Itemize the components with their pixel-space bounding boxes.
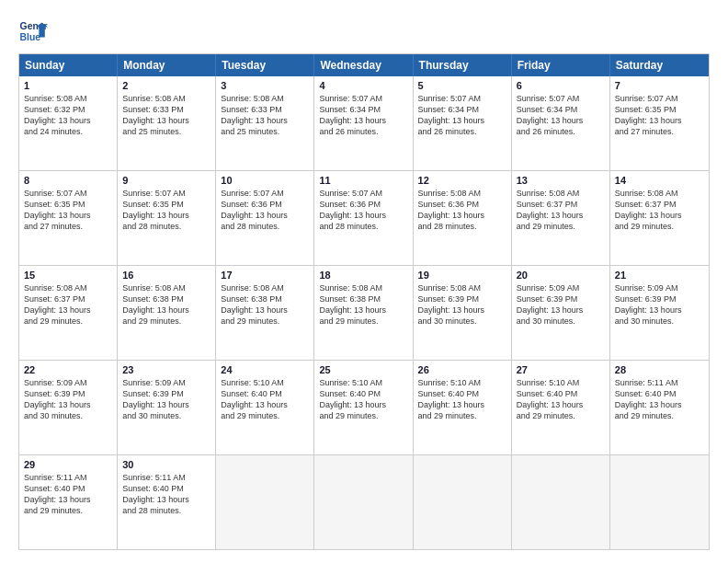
day-number: 7 <box>615 80 704 91</box>
cell-line: Daylight: 13 hours <box>517 210 605 221</box>
weekday-header: Thursday <box>414 54 512 76</box>
weekday-header: Tuesday <box>216 54 314 76</box>
cell-line: Daylight: 13 hours <box>418 115 506 126</box>
calendar-cell: 29Sunrise: 5:11 AMSunset: 6:40 PMDayligh… <box>19 455 118 549</box>
calendar-row: 8Sunrise: 5:07 AMSunset: 6:35 PMDaylight… <box>19 170 709 265</box>
cell-line: Sunrise: 5:08 AM <box>24 282 112 293</box>
day-number: 2 <box>122 80 210 91</box>
day-number: 4 <box>319 80 407 91</box>
cell-line: Daylight: 13 hours <box>24 210 112 221</box>
calendar-cell: 21Sunrise: 5:09 AMSunset: 6:39 PMDayligh… <box>610 266 709 360</box>
calendar-cell: 12Sunrise: 5:08 AMSunset: 6:36 PMDayligh… <box>414 171 512 265</box>
header: General Blue <box>18 17 710 46</box>
calendar-cell: 6Sunrise: 5:07 AMSunset: 6:34 PMDaylight… <box>512 76 610 170</box>
cell-line: Sunrise: 5:08 AM <box>221 282 309 293</box>
logo: General Blue <box>18 17 48 46</box>
weekday-header: Wednesday <box>314 54 413 76</box>
day-number: 19 <box>418 270 506 281</box>
cell-line: Sunrise: 5:10 AM <box>319 377 407 388</box>
cell-line: Daylight: 13 hours <box>24 115 112 126</box>
cell-line: Daylight: 13 hours <box>24 304 112 316</box>
cell-line: Daylight: 13 hours <box>615 399 704 410</box>
cell-line: Sunset: 6:39 PM <box>418 293 506 304</box>
cell-line: Sunrise: 5:09 AM <box>517 282 605 293</box>
weekday-header: Sunday <box>19 54 118 76</box>
day-number: 20 <box>517 270 605 281</box>
cell-line: Sunrise: 5:08 AM <box>615 188 704 199</box>
cell-line: Daylight: 13 hours <box>418 210 506 221</box>
cell-line: Sunset: 6:32 PM <box>24 104 112 115</box>
calendar-cell: 18Sunrise: 5:08 AMSunset: 6:38 PMDayligh… <box>314 266 413 360</box>
day-number: 1 <box>24 80 112 91</box>
calendar-row: 15Sunrise: 5:08 AMSunset: 6:37 PMDayligh… <box>19 265 709 360</box>
calendar-cell: 15Sunrise: 5:08 AMSunset: 6:37 PMDayligh… <box>19 266 118 360</box>
cell-line: Daylight: 13 hours <box>418 304 506 316</box>
calendar-row: 1Sunrise: 5:08 AMSunset: 6:32 PMDaylight… <box>19 76 709 170</box>
cell-line: and 30 minutes. <box>418 316 506 327</box>
cell-line: Sunrise: 5:08 AM <box>122 93 210 104</box>
cell-line: Sunset: 6:38 PM <box>319 293 407 304</box>
calendar-cell: 27Sunrise: 5:10 AMSunset: 6:40 PMDayligh… <box>512 361 610 454</box>
cell-line: Sunset: 6:37 PM <box>517 199 605 210</box>
weekday-header: Friday <box>512 54 610 76</box>
cell-line: Sunset: 6:40 PM <box>615 388 704 399</box>
cell-line: Sunrise: 5:08 AM <box>418 188 506 199</box>
cell-line: and 25 minutes. <box>122 126 210 137</box>
cell-line: Sunset: 6:39 PM <box>615 293 704 304</box>
day-number: 9 <box>122 175 210 186</box>
day-number: 30 <box>122 459 210 470</box>
cell-line: Sunset: 6:40 PM <box>319 388 407 399</box>
cell-line: Sunrise: 5:11 AM <box>615 377 704 388</box>
day-number: 5 <box>418 80 506 91</box>
calendar-cell: 13Sunrise: 5:08 AMSunset: 6:37 PMDayligh… <box>512 171 610 265</box>
cell-line: Sunset: 6:39 PM <box>122 388 210 399</box>
cell-line: Sunset: 6:36 PM <box>418 199 506 210</box>
cell-line: Sunrise: 5:11 AM <box>24 472 112 483</box>
cell-line: Daylight: 13 hours <box>221 115 309 126</box>
cell-line: and 30 minutes. <box>24 410 112 421</box>
cell-line: and 27 minutes. <box>615 126 704 137</box>
calendar-header: SundayMondayTuesdayWednesdayThursdayFrid… <box>19 54 709 76</box>
cell-line: and 30 minutes. <box>517 316 605 327</box>
cell-line: Sunrise: 5:07 AM <box>122 188 210 199</box>
calendar-cell: 22Sunrise: 5:09 AMSunset: 6:39 PMDayligh… <box>19 361 118 454</box>
cell-line: Daylight: 13 hours <box>319 399 407 410</box>
cell-line: and 29 minutes. <box>615 221 704 232</box>
calendar-cell: 19Sunrise: 5:08 AMSunset: 6:39 PMDayligh… <box>414 266 512 360</box>
cell-line: Sunrise: 5:07 AM <box>221 188 309 199</box>
cell-line: Sunset: 6:39 PM <box>24 388 112 399</box>
day-number: 26 <box>418 364 506 375</box>
cell-line: and 24 minutes. <box>24 126 112 137</box>
cell-line: and 30 minutes. <box>615 316 704 327</box>
cell-line: Daylight: 13 hours <box>221 399 309 410</box>
cell-line: Sunset: 6:33 PM <box>221 104 309 115</box>
day-number: 27 <box>517 364 605 375</box>
calendar-cell: 20Sunrise: 5:09 AMSunset: 6:39 PMDayligh… <box>512 266 610 360</box>
cell-line: Sunset: 6:40 PM <box>24 483 112 494</box>
cell-line: Sunrise: 5:08 AM <box>418 282 506 293</box>
cell-line: Sunset: 6:40 PM <box>418 388 506 399</box>
cell-line: and 29 minutes. <box>24 505 112 516</box>
cell-line: Daylight: 13 hours <box>122 494 210 505</box>
cell-line: and 26 minutes. <box>418 126 506 137</box>
cell-line: Sunset: 6:34 PM <box>319 104 407 115</box>
calendar-cell: 8Sunrise: 5:07 AMSunset: 6:35 PMDaylight… <box>19 171 118 265</box>
calendar-cell: 26Sunrise: 5:10 AMSunset: 6:40 PMDayligh… <box>414 361 512 454</box>
day-number: 8 <box>24 175 112 186</box>
cell-line: Sunset: 6:39 PM <box>517 293 605 304</box>
day-number: 23 <box>122 364 210 375</box>
page: General Blue SundayMondayTuesdayWednesda… <box>0 0 728 563</box>
cell-line: Sunrise: 5:09 AM <box>122 377 210 388</box>
cell-line: and 29 minutes. <box>615 410 704 421</box>
cell-line: Sunset: 6:35 PM <box>615 104 704 115</box>
cell-line: Daylight: 13 hours <box>517 304 605 316</box>
cell-line: Sunrise: 5:10 AM <box>221 377 309 388</box>
calendar-cell: 10Sunrise: 5:07 AMSunset: 6:36 PMDayligh… <box>216 171 314 265</box>
day-number: 16 <box>122 270 210 281</box>
day-number: 11 <box>319 175 407 186</box>
calendar-row: 22Sunrise: 5:09 AMSunset: 6:39 PMDayligh… <box>19 360 709 454</box>
cell-line: and 29 minutes. <box>319 316 407 327</box>
cell-line: and 25 minutes. <box>221 126 309 137</box>
day-number: 10 <box>221 175 309 186</box>
cell-line: Sunset: 6:35 PM <box>24 199 112 210</box>
